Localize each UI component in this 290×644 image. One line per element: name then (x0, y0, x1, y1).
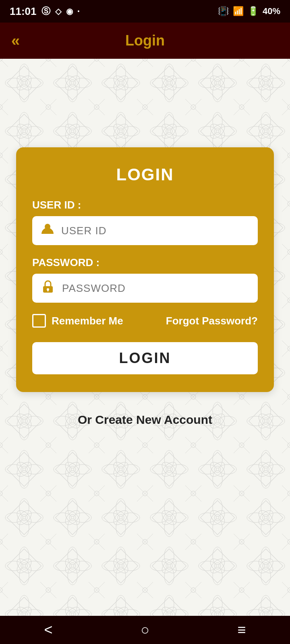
nav-title: Login (125, 32, 165, 49)
status-icon-circle: ◉ (66, 6, 73, 16)
bottom-nav-bar: < ○ ≡ (0, 616, 290, 644)
create-account-link[interactable]: Or Create New Account (78, 413, 212, 427)
lock-icon (40, 279, 56, 298)
login-card: LOGIN USER ID : PASSWORD : (16, 147, 274, 392)
password-input[interactable] (62, 282, 250, 295)
password-label: PASSWORD : (32, 256, 258, 269)
remember-me-label: Remember Me (52, 315, 123, 327)
battery-percent: 40% (263, 6, 280, 17)
userid-input-wrapper (32, 216, 258, 245)
bottom-menu-button[interactable]: ≡ (230, 618, 254, 642)
nav-bar: « Login (0, 23, 290, 59)
login-button[interactable]: LOGIN (32, 342, 258, 374)
password-input-wrapper (32, 274, 258, 303)
status-bar: 11:01 Ⓢ ◇ ◉ • 📳 📶 🔋 40% (0, 0, 290, 23)
back-button[interactable]: « (11, 33, 20, 48)
status-icon-dot: • (78, 8, 80, 14)
login-card-title: LOGIN (32, 165, 258, 184)
battery-icon: 🔋 (248, 6, 259, 17)
status-time: 11:01 (10, 5, 37, 18)
userid-label: USER ID : (32, 199, 258, 211)
status-icon-s: Ⓢ (41, 5, 50, 17)
wifi-icon: 📶 (233, 6, 244, 17)
vibrate-icon: 📳 (218, 6, 229, 17)
status-left: 11:01 Ⓢ ◇ ◉ • (10, 5, 79, 18)
user-icon (40, 222, 55, 240)
userid-input[interactable] (61, 225, 250, 237)
main-content: LOGIN USER ID : PASSWORD : (0, 59, 290, 616)
remember-me-checkbox[interactable] (32, 314, 46, 328)
remember-me-row[interactable]: Remember Me (32, 314, 123, 328)
options-row: Remember Me Forgot Password? (32, 314, 258, 328)
bottom-home-button[interactable]: ○ (133, 618, 157, 642)
status-right: 📳 📶 🔋 40% (218, 6, 280, 17)
status-icon-diamond: ◇ (55, 6, 61, 16)
bottom-back-button[interactable]: < (36, 618, 60, 642)
forgot-password-link[interactable]: Forgot Password? (166, 315, 258, 327)
svg-rect-20 (48, 289, 49, 291)
